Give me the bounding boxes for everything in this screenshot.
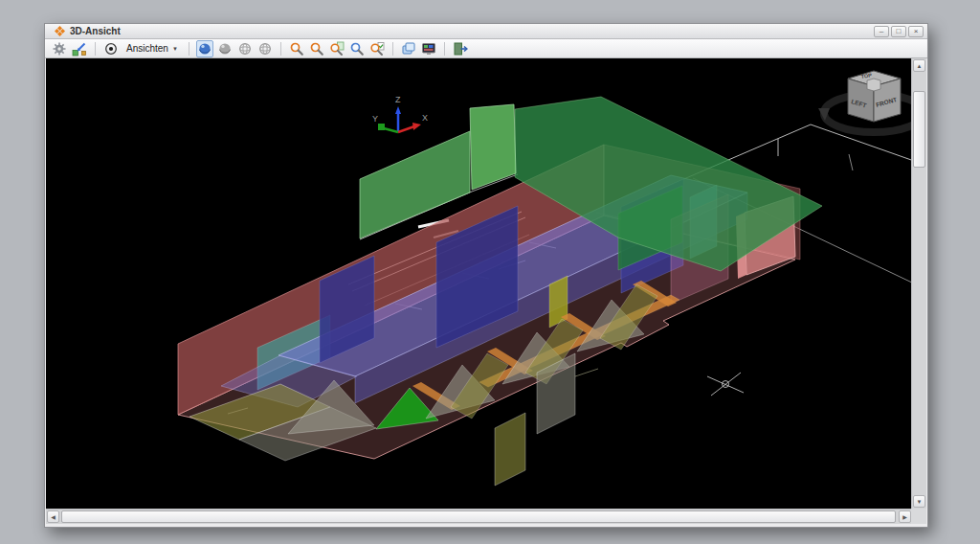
toolbar-separator — [280, 42, 281, 56]
window-controls: – □ × — [874, 26, 924, 37]
maximize-button[interactable]: □ — [891, 26, 906, 37]
3d-scene: ZXYLEFTFRONTTOP — [46, 58, 912, 509]
toolbar-separator — [392, 42, 393, 56]
close-3d-icon[interactable] — [452, 40, 469, 57]
scroll-up-button[interactable]: ▲ — [913, 59, 925, 72]
scroll-down-button[interactable]: ▼ — [913, 495, 925, 508]
axis-y-label: Y — [372, 114, 378, 124]
dimension-tick — [849, 154, 853, 170]
3d-view-window: 3D-Ansicht – □ × Ansichten▼ ZXYLEFTFRONT… — [44, 23, 928, 528]
scrollbar-corner — [911, 509, 926, 524]
horizontal-scroll-thumb[interactable] — [61, 510, 896, 523]
view-cube-corner[interactable] — [867, 79, 880, 91]
dropdown-arrow-icon: ▼ — [172, 46, 178, 52]
shaded-view-icon[interactable] — [196, 40, 213, 57]
horizontal-scrollbar[interactable]: ◀ ▶ — [46, 509, 912, 524]
scroll-left-button[interactable]: ◀ — [47, 510, 59, 523]
orbit-center-icon[interactable] — [102, 40, 120, 57]
copy-view-icon[interactable] — [400, 40, 417, 57]
toolbar-separator — [95, 42, 96, 56]
zoom-in-icon[interactable] — [288, 40, 305, 57]
vertical-scrollbar[interactable]: ▲ ▼ — [911, 58, 926, 509]
ansichten-dropdown[interactable]: Ansichten▼ — [122, 42, 182, 55]
wireframe-view-icon[interactable] — [256, 40, 274, 57]
toolbar-separator — [189, 42, 189, 56]
zoom-window-icon[interactable] — [328, 40, 345, 57]
hidden-line-view-icon[interactable] — [236, 40, 254, 57]
green-mid-panel — [470, 104, 516, 190]
toolbar: Ansichten▼ — [45, 39, 927, 58]
solid-view-icon[interactable] — [216, 40, 234, 57]
zoom-extents-icon[interactable] — [348, 40, 366, 57]
3d-viewport[interactable]: ZXYLEFTFRONTTOP — [46, 58, 912, 509]
export-view-icon[interactable] — [71, 40, 88, 57]
surface-label-mark — [575, 369, 598, 376]
titlebar[interactable]: 3D-Ansicht – □ × — [45, 24, 927, 39]
minimize-button[interactable]: – — [874, 26, 889, 37]
crosshair-marker — [707, 373, 744, 396]
olive-hanging-panel — [495, 413, 525, 486]
close-button[interactable]: × — [908, 26, 924, 37]
axis-x-label: X — [422, 113, 428, 123]
render-settings-icon[interactable] — [51, 40, 68, 57]
view-cube[interactable]: LEFTFRONTTOP — [818, 71, 912, 132]
desktop: { "window": { "title": "3D-Ansicht", "co… — [0, 0, 980, 544]
axis-z-label: Z — [395, 95, 401, 104]
save-image-icon[interactable] — [420, 40, 437, 57]
ansichten-label: Ansichten — [126, 43, 168, 54]
yellow-panel — [549, 276, 568, 328]
zoom-out-icon[interactable] — [308, 40, 325, 57]
vertical-scroll-thumb[interactable] — [913, 91, 925, 168]
zoom-previous-icon[interactable] — [368, 40, 386, 57]
axis-triad: ZXY — [372, 95, 428, 132]
scroll-right-button[interactable]: ▶ — [899, 510, 911, 523]
app-logo-icon — [55, 26, 65, 36]
toolbar-separator — [444, 42, 445, 56]
window-title: 3D-Ansicht — [70, 27, 121, 36]
